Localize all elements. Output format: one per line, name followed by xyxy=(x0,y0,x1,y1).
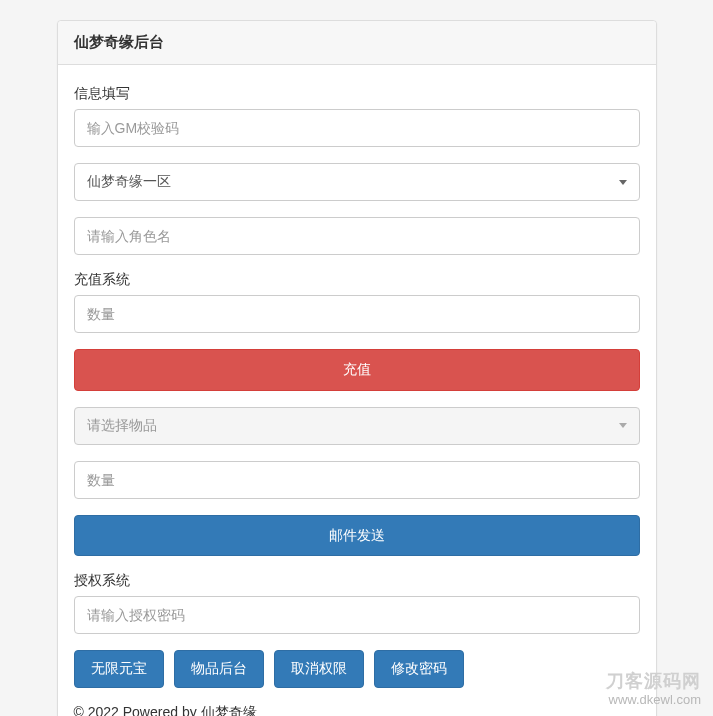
character-group xyxy=(74,217,640,255)
info-label: 信息填写 xyxy=(74,85,640,103)
action-button-row: 无限元宝 物品后台 取消权限 修改密码 xyxy=(74,650,640,688)
recharge-button[interactable]: 充值 xyxy=(74,349,640,391)
gm-code-input[interactable] xyxy=(74,109,640,147)
change-password-button[interactable]: 修改密码 xyxy=(374,650,464,688)
mail-quantity-input[interactable] xyxy=(74,461,640,499)
caret-down-icon xyxy=(619,180,627,185)
recharge-section: 充值系统 xyxy=(74,271,640,333)
mail-send-button[interactable]: 邮件发送 xyxy=(74,515,640,557)
recharge-label: 充值系统 xyxy=(74,271,640,289)
auth-label: 授权系统 xyxy=(74,572,640,590)
item-backend-button[interactable]: 物品后台 xyxy=(174,650,264,688)
auth-password-input[interactable] xyxy=(74,596,640,634)
item-select[interactable]: 请选择物品 xyxy=(74,407,640,445)
caret-down-icon xyxy=(619,423,627,428)
server-select-value: 仙梦奇缘一区 xyxy=(87,172,171,192)
server-select[interactable]: 仙梦奇缘一区 xyxy=(74,163,640,201)
panel-body: 信息填写 仙梦奇缘一区 充值系统 充值 请选择物品 xyxy=(58,65,656,716)
admin-panel: 仙梦奇缘后台 信息填写 仙梦奇缘一区 充值系统 充值 xyxy=(57,20,657,716)
info-section: 信息填写 xyxy=(74,85,640,147)
footer-text: © 2022 Powered by 仙梦奇缘 xyxy=(74,704,640,716)
panel-title: 仙梦奇缘后台 xyxy=(74,33,640,52)
server-select-group: 仙梦奇缘一区 xyxy=(74,163,640,201)
cancel-permission-button[interactable]: 取消权限 xyxy=(274,650,364,688)
item-select-placeholder: 请选择物品 xyxy=(87,416,157,436)
recharge-quantity-input[interactable] xyxy=(74,295,640,333)
item-select-group: 请选择物品 xyxy=(74,407,640,445)
auth-section: 授权系统 xyxy=(74,572,640,634)
character-input[interactable] xyxy=(74,217,640,255)
unlimited-gold-button[interactable]: 无限元宝 xyxy=(74,650,164,688)
panel-header: 仙梦奇缘后台 xyxy=(58,21,656,65)
